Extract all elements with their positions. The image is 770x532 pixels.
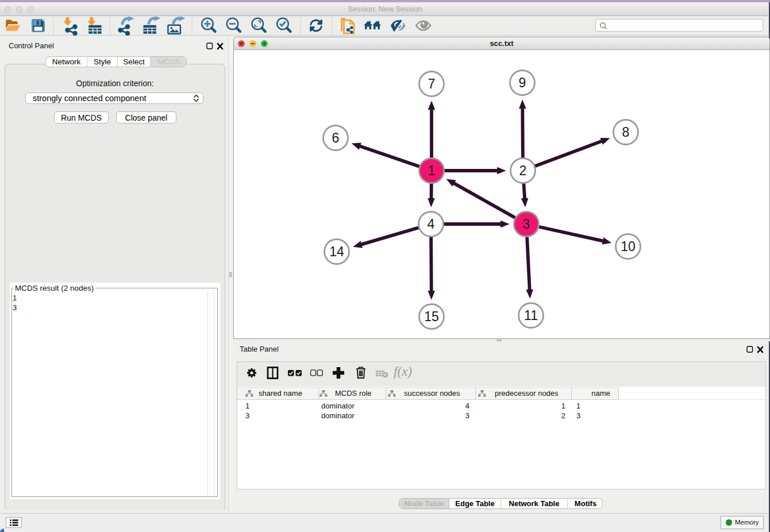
- svg-text:3: 3: [523, 217, 530, 232]
- svg-text:4: 4: [428, 217, 435, 232]
- svg-text:1: 1: [428, 163, 436, 178]
- svg-text:8: 8: [622, 125, 630, 140]
- svg-text:11: 11: [524, 308, 538, 323]
- svg-text:9: 9: [519, 75, 526, 90]
- svg-text:6: 6: [332, 130, 340, 145]
- svg-text:15: 15: [424, 309, 439, 324]
- svg-text:14: 14: [329, 244, 344, 259]
- svg-text:7: 7: [428, 76, 436, 91]
- svg-text:2: 2: [519, 163, 527, 178]
- svg-text:10: 10: [621, 239, 636, 254]
